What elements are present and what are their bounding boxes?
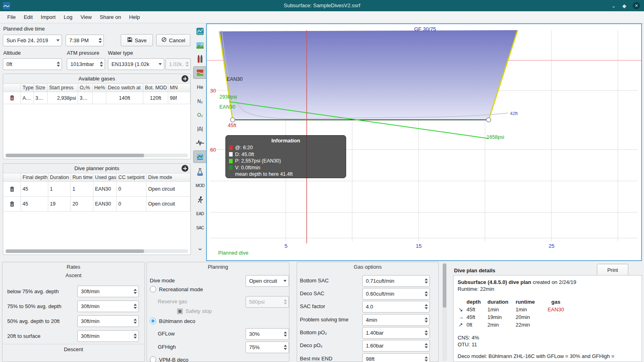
gas-mnd-cell[interactable]: 98f	[168, 92, 190, 104]
toolbar-air-density-icon[interactable]: |Δ|	[193, 122, 207, 135]
radio-checked-icon[interactable]	[150, 318, 156, 324]
toolbar-sac-icon[interactable]: SAC	[193, 222, 207, 234]
toolbar-oxygen-icon[interactable]: O₂	[193, 109, 207, 121]
gfhigh-spinner[interactable]: 75%	[246, 341, 289, 353]
points-col-depth[interactable]: Final depth	[21, 173, 48, 182]
gases-col-o2[interactable]: O₂%	[78, 84, 93, 92]
point-setpoint-cell[interactable]: 0	[117, 182, 147, 197]
point-duration-cell[interactable]: 19	[48, 197, 71, 212]
gas-o2-cell[interactable]: 3…	[78, 92, 93, 104]
toolbar-ndl-icon[interactable]	[193, 193, 207, 206]
gases-col-size[interactable]: Size	[34, 84, 47, 92]
bottom-vertical-scrollbar[interactable]	[442, 263, 447, 361]
scrollbar-thumb[interactable]	[6, 249, 144, 253]
spinner-arrows-icon[interactable]	[423, 301, 429, 312]
dive-date-combo[interactable]: Sun Feb 24, 2019	[3, 35, 62, 46]
spinner-arrows-icon[interactable]	[423, 276, 429, 286]
toolbar-dive-computer-icon[interactable]	[193, 25, 207, 37]
toolbar-more-chevron-icon[interactable]: ⌄	[193, 241, 207, 254]
points-col-runtime[interactable]: Run time	[71, 173, 93, 182]
gas-row[interactable]: A… 3… 2,938psi 3… 140ft 120ft 98f	[3, 92, 190, 104]
gases-horizontal-scrollbar[interactable]	[6, 154, 188, 157]
profile-handle[interactable]	[487, 118, 491, 122]
point-runtime-cell[interactable]: 1	[71, 182, 93, 197]
points-col-mode[interactable]: Dive mode	[147, 173, 190, 182]
water-type-combo[interactable]: EN13319 (1.02k	[108, 58, 164, 70]
spinner-arrows-icon[interactable]	[282, 342, 289, 353]
point-depth-cell[interactable]: 45	[21, 182, 48, 197]
best-mix-end-spinner[interactable]: 98ft	[362, 353, 430, 362]
scrollbar-thumb[interactable]	[443, 263, 446, 308]
profile-handle[interactable]	[231, 118, 235, 122]
points-col-duration[interactable]: Duration	[48, 173, 71, 182]
cancel-button[interactable]: Cancel	[156, 34, 190, 46]
gas-size-cell[interactable]: 3…	[34, 92, 47, 104]
toolbar-tank-bar-icon[interactable]	[193, 150, 207, 163]
window-shade-button[interactable]: ⌄	[611, 3, 616, 9]
add-point-button[interactable]	[182, 165, 188, 172]
menu-file[interactable]: File	[3, 12, 20, 22]
radio-icon[interactable]	[150, 286, 156, 292]
spinner-arrows-icon[interactable]	[132, 316, 138, 327]
dive-profile-chart[interactable]: GF 30/75 EAN30 2938psi EAN30 45ft 42ft 1…	[206, 23, 642, 261]
gases-col-type[interactable]: Type	[21, 84, 34, 92]
point-gas-cell[interactable]: EAN30	[93, 182, 117, 197]
spinner-arrows-icon[interactable]	[423, 340, 429, 351]
spinner-arrows-icon[interactable]	[132, 301, 138, 312]
delete-point-icon[interactable]	[9, 201, 15, 207]
buhlmann-deco-radio[interactable]: Bühlmann deco	[150, 318, 195, 324]
bottom-sac-spinner[interactable]: 0.71cuft/min	[362, 275, 430, 287]
problem-time-spinner[interactable]: 4min	[362, 314, 430, 326]
spinner-arrows-icon[interactable]	[98, 59, 105, 70]
delete-gas-icon[interactable]	[9, 95, 15, 101]
spinner-arrows-icon[interactable]	[282, 329, 289, 339]
planner-point-row[interactable]: 45 19 20 EAN30 0 Open circuit	[3, 197, 190, 212]
vpmb-deco-radio[interactable]: VPM-B deco	[150, 356, 188, 362]
gases-col-he[interactable]: He%	[93, 84, 106, 92]
gas-type-cell[interactable]: A…	[21, 92, 34, 104]
atm-pressure-spinner[interactable]: 1013mbar	[67, 58, 105, 70]
planner-point-row[interactable]: 45 1 1 EAN30 0 Open circuit	[3, 182, 190, 197]
title-bar[interactable]: Subsurface: SampleDivesV2.ssrf ⌄ ◆ ✕	[0, 0, 644, 11]
window-close-button[interactable]: ✕	[633, 2, 640, 9]
gases-col-start-press[interactable]: Start press	[47, 84, 78, 92]
menu-log[interactable]: Log	[60, 12, 76, 22]
toolbar-ceiling-icon[interactable]	[193, 66, 207, 79]
save-button[interactable]: Save	[121, 34, 153, 46]
point-setpoint-cell[interactable]: 0	[117, 197, 147, 212]
gas-start-press-cell[interactable]: 2,938psi	[47, 92, 78, 104]
delete-point-icon[interactable]	[9, 186, 15, 192]
menu-import[interactable]: Import	[37, 12, 60, 22]
ascent-rate-20ft-spinner[interactable]: 30ft/min	[77, 315, 139, 327]
bottom-po2-spinner[interactable]: 1.40bar	[362, 327, 430, 339]
point-mode-cell[interactable]: Open circuit	[147, 197, 190, 212]
gflow-spinner[interactable]: 30%	[246, 328, 289, 340]
spinner-arrows-icon[interactable]	[132, 331, 138, 341]
gases-col-deco-switch[interactable]: Deco switch at	[106, 84, 143, 92]
point-mode-cell[interactable]: Open circuit	[147, 182, 190, 197]
spinner-arrows-icon[interactable]	[55, 59, 62, 70]
point-depth-cell[interactable]: 45	[21, 197, 48, 212]
menu-view[interactable]: View	[76, 12, 96, 22]
window-maximize-button[interactable]: ◆	[622, 3, 626, 9]
toolbar-salinity-icon[interactable]	[193, 165, 207, 178]
gas-deco-switch-cell[interactable]: 140ft	[106, 92, 143, 104]
toolbar-mod-icon[interactable]: MOD	[193, 179, 207, 192]
gas-bot-mod-cell[interactable]: 120ft	[143, 92, 168, 104]
point-runtime-cell[interactable]: 20	[71, 197, 93, 212]
points-horizontal-scrollbar[interactable]	[6, 249, 188, 253]
dive-time-spinner[interactable]: 7:38 PM	[66, 35, 104, 46]
ascent-rate-50-spinner[interactable]: 30ft/min	[77, 300, 139, 312]
add-gas-button[interactable]	[182, 75, 188, 82]
recreational-mode-radio[interactable]: Recreational mode	[150, 286, 203, 292]
toolbar-cylinder-pressure-icon[interactable]	[193, 53, 207, 65]
spinner-arrows-icon[interactable]	[423, 315, 429, 325]
points-col-setpoint[interactable]: CC setpoint	[117, 173, 147, 182]
toolbar-heart-rate-icon[interactable]	[193, 136, 207, 149]
spinner-arrows-icon[interactable]	[132, 286, 138, 297]
gases-col-bot-mod[interactable]: Bot. MOD	[143, 84, 168, 92]
spinner-arrows-icon[interactable]	[423, 354, 429, 362]
toolbar-ead-icon[interactable]: EAD	[193, 208, 207, 220]
toolbar-nitrogen-icon[interactable]: N₂	[193, 95, 207, 107]
radio-icon[interactable]	[150, 356, 156, 362]
